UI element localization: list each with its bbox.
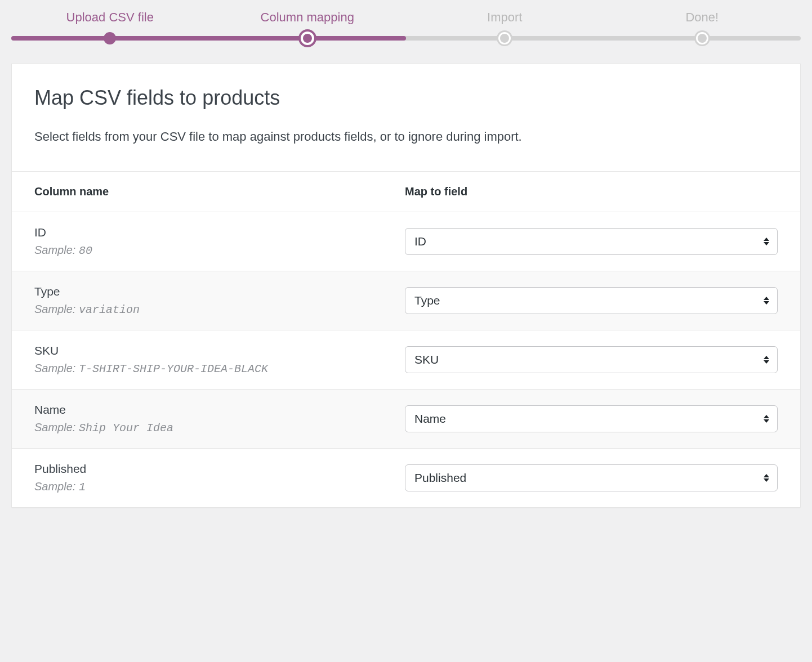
- column-sample: Sample: 1: [34, 480, 360, 494]
- step-dot-upload: [104, 32, 116, 44]
- column-name: Type: [34, 285, 360, 298]
- table-row: TypeSample: variationType: [12, 271, 800, 330]
- column-sample: Sample: 80: [34, 244, 360, 257]
- map-field-cell: Name: [382, 390, 800, 449]
- table-row: NameSample: Ship Your IdeaName: [12, 390, 800, 449]
- column-sample: Sample: T-SHIRT-SHIP-YOUR-IDEA-BLACK: [34, 362, 360, 375]
- column-name: Published: [34, 462, 360, 476]
- column-name-cell: PublishedSample: 1: [12, 449, 382, 508]
- chevron-updown-icon: [764, 474, 769, 482]
- column-sample: Sample: variation: [34, 303, 360, 316]
- column-name-cell: SKUSample: T-SHIRT-SHIP-YOUR-IDEA-BLACK: [12, 330, 382, 390]
- column-name: ID: [34, 226, 360, 239]
- map-to-field-header: Map to field: [382, 172, 800, 212]
- step-dot-done: [696, 32, 708, 44]
- chevron-updown-icon: [764, 297, 769, 305]
- mapping-card: Map CSV fields to products Select fields…: [11, 63, 801, 508]
- column-name: SKU: [34, 344, 360, 357]
- map-field-select[interactable]: SKU: [405, 346, 778, 373]
- map-field-cell: Type: [382, 271, 800, 330]
- chevron-updown-icon: [764, 415, 769, 423]
- map-field-select[interactable]: Type: [405, 287, 778, 314]
- select-value: Type: [414, 294, 440, 307]
- column-name-cell: NameSample: Ship Your Idea: [12, 390, 382, 449]
- progress-stepper: Upload CSV file Column mapping Import Do…: [11, 0, 801, 41]
- map-field-select[interactable]: ID: [405, 228, 778, 255]
- map-field-cell: Published: [382, 449, 800, 508]
- column-sample: Sample: Ship Your Idea: [34, 421, 360, 435]
- chevron-updown-icon: [764, 238, 769, 245]
- table-row: PublishedSample: 1Published: [12, 449, 800, 508]
- progress-fill: [11, 36, 406, 41]
- page-description: Select fields from your CSV file to map …: [34, 127, 778, 146]
- column-name: Name: [34, 403, 360, 417]
- table-row: IDSample: 80ID: [12, 212, 800, 271]
- table-row: SKUSample: T-SHIRT-SHIP-YOUR-IDEA-BLACKS…: [12, 330, 800, 390]
- column-name-cell: TypeSample: variation: [12, 271, 382, 330]
- progress-track: [11, 36, 801, 41]
- step-dot-import: [498, 32, 511, 44]
- map-field-select[interactable]: Published: [405, 464, 778, 491]
- page-title: Map CSV fields to products: [34, 86, 778, 110]
- map-field-select[interactable]: Name: [405, 405, 778, 432]
- map-field-cell: ID: [382, 212, 800, 271]
- chevron-updown-icon: [764, 356, 769, 364]
- mapping-table: Column name Map to field IDSample: 80IDT…: [12, 172, 800, 508]
- select-value: ID: [414, 235, 426, 248]
- step-dot-mapping: [301, 32, 314, 45]
- select-value: Name: [414, 412, 446, 426]
- map-field-cell: SKU: [382, 330, 800, 390]
- column-name-cell: IDSample: 80: [12, 212, 382, 271]
- select-value: SKU: [414, 353, 439, 366]
- select-value: Published: [414, 471, 466, 485]
- card-header: Map CSV fields to products Select fields…: [12, 64, 800, 172]
- column-name-header: Column name: [12, 172, 382, 212]
